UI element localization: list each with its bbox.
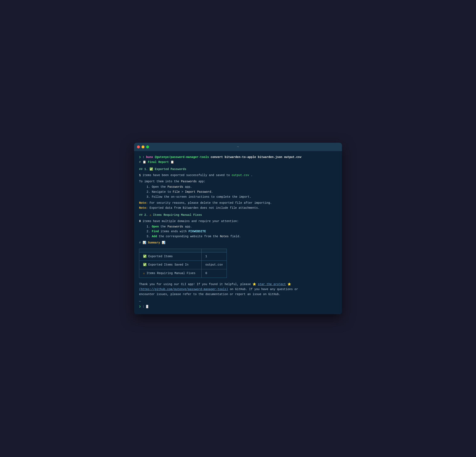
section2-label: Items Requiring Manual Fixes <box>153 213 202 217</box>
summary-label: Summary <box>148 241 160 244</box>
thank-you-line1: Thank you for using our CLI app! If you … <box>139 282 337 287</box>
final-report-line: # 📋 Final Report 📋 <box>139 160 337 165</box>
section2-step2: 2. Find items ends with FIXWEBSITE <box>139 229 337 234</box>
section1-step3: 3. Follow the on-screen instructions to … <box>139 194 337 200</box>
row2-value: output.csv <box>205 263 223 266</box>
tilde-line: ~ <box>139 299 337 304</box>
hash-symbol: # <box>139 160 143 164</box>
note1-label: Note: <box>139 201 148 205</box>
traffic-lights <box>137 145 149 148</box>
table-row: ⚠ Items Requiring Manual Fixes 0 <box>139 269 227 278</box>
import-text2: app: <box>198 180 205 183</box>
section2-hash: ## 2. <box>139 213 149 217</box>
thank-post: encounter issues, please refer to the do… <box>139 293 280 296</box>
prompt-colon: : <box>143 156 146 159</box>
table-header-row <box>139 249 227 252</box>
command-bunx: bunx <box>146 156 153 159</box>
star-link[interactable]: star the project <box>258 283 286 286</box>
section1-label: Exported Passwords <box>155 167 186 171</box>
report-emoji-left: 📋 <box>143 160 148 164</box>
section2-step3: 3. Add the corresponding website from th… <box>139 234 337 239</box>
s2-find: Find <box>152 230 159 233</box>
section1-import-intro: To import them into the Passwords app: <box>139 179 337 184</box>
tilde-char: ~ <box>139 300 141 303</box>
row2-label: Exported Items Saved In <box>148 263 188 266</box>
note2-label: Note: <box>139 206 148 210</box>
titlebar: ~ <box>134 143 342 151</box>
summary-emoji-left: 📊 <box>143 241 148 244</box>
github-url[interactable]: (https://github.com/gutenye/password-man… <box>139 288 228 291</box>
thank-mid: on GitHub. If you have any questions or <box>230 288 298 291</box>
section1-count-line: 1 items have been exported successfully … <box>139 173 337 178</box>
note1-text: For security reasons, please delete the … <box>149 201 272 205</box>
report-emoji-right: 📋 <box>170 160 174 164</box>
section1-heading: ## 1. ✅ Exported Passwords <box>139 167 337 172</box>
bottom-prompt-symbol: ❯ <box>139 305 141 308</box>
table-header-col2 <box>202 249 227 252</box>
s2-open: Open <box>152 225 159 228</box>
row3-label: Items Requiring Manual Fixes <box>146 272 196 275</box>
table-cell-exported-label: ✅ Exported Items <box>139 252 202 261</box>
table-row: ✅ Exported Items Saved In output.csv <box>139 261 227 269</box>
table-cell-saved-label: ✅ Exported Items Saved In <box>139 261 202 269</box>
s2-fixwebsite: FIXWEBSITE <box>188 230 206 233</box>
command-repo: @gutenye/password-manager-tools <box>155 156 209 159</box>
summary-heading-line: # 📊 Summary 📊 <box>139 240 337 245</box>
terminal-body: ❯ : bunx @gutenye/password-manager-tools… <box>134 151 342 314</box>
table-cell-manual-value: 0 <box>202 269 227 278</box>
cursor <box>146 305 148 308</box>
table-row: ✅ Exported Items 1 <box>139 252 227 261</box>
import-text: To import them into the <box>139 180 181 183</box>
passwords-app-ref: Passwords <box>181 180 197 183</box>
window-title: ~ <box>237 145 239 148</box>
maximize-button[interactable] <box>146 145 149 148</box>
prompt-symbol: ❯ <box>139 156 141 159</box>
bottom-colon: : <box>143 305 146 308</box>
section1-step2: 2. Navigate to File > Import Password. <box>139 190 337 194</box>
section2-count-line: 0 items have multiple domains and requir… <box>139 219 337 224</box>
table-cell-exported-value: 1 <box>202 252 227 261</box>
final-report-label: Final Report <box>148 160 169 164</box>
section1-count: 1 <box>139 174 141 177</box>
s2-notes: Notes <box>220 235 229 238</box>
section1-step1: 1. Open the Passwords app. <box>139 185 337 190</box>
row3-icon: ⚠ <box>143 272 145 275</box>
note2-line: Note: Exported data from Bitwarden does … <box>139 206 337 211</box>
section2-step1: 1. Open the Passwords app. <box>139 224 337 229</box>
table-header-col1 <box>139 249 202 252</box>
row1-label: Exported Items <box>148 255 173 258</box>
section1-output-file: output.csv <box>231 174 249 177</box>
step2-file: File <box>173 190 180 193</box>
section1-check: ✅ <box>149 167 153 171</box>
close-button[interactable] <box>137 145 140 148</box>
section1-hash: ## 1. <box>139 167 149 171</box>
minimize-button[interactable] <box>142 145 144 148</box>
thank-pre: Thank you for using our CLI app! If you … <box>139 283 253 286</box>
section2-heading: ## 2. ⚠️ Items Requiring Manual Fixes <box>139 213 337 218</box>
star-icon-2: ⭐ <box>288 283 291 286</box>
s2-add: Add <box>152 235 157 238</box>
table-cell-manual-label: ⚠ Items Requiring Manual Fixes <box>139 269 202 278</box>
summary-hash: # <box>139 241 143 244</box>
s2-app: Passwords <box>168 225 183 228</box>
bottom-prompt-line: ❯ : <box>139 304 337 309</box>
section1-text1: items have been exported successfully an… <box>143 174 231 177</box>
row3-value: 0 <box>205 272 207 275</box>
summary-emoji-right: 📊 <box>162 241 165 244</box>
terminal-window: ~ ❯ : bunx @gutenye/password-manager-too… <box>134 143 342 314</box>
thank-you-line2: (https://github.com/gutenye/password-man… <box>139 287 337 292</box>
command-line: ❯ : bunx @gutenye/password-manager-tools… <box>139 155 337 160</box>
step2-import: Import Password <box>185 190 211 193</box>
step1-app: Passwords <box>168 185 183 189</box>
row1-icon: ✅ <box>143 255 146 258</box>
row2-icon: ✅ <box>143 263 146 266</box>
table-cell-saved-value: output.csv <box>202 261 227 269</box>
thank-you-line3: encounter issues, please refer to the do… <box>139 292 337 297</box>
note1-line: Note: For security reasons, please delet… <box>139 201 337 206</box>
section2-warn: ⚠️ <box>149 213 151 217</box>
row1-value: 1 <box>205 255 207 258</box>
star-icon-1: ⭐ <box>253 283 256 286</box>
section1-period: . <box>251 174 253 177</box>
command-args: convert bitwarden-to-apple bitwarden.jso… <box>211 156 302 159</box>
section2-count: 0 <box>139 220 141 223</box>
